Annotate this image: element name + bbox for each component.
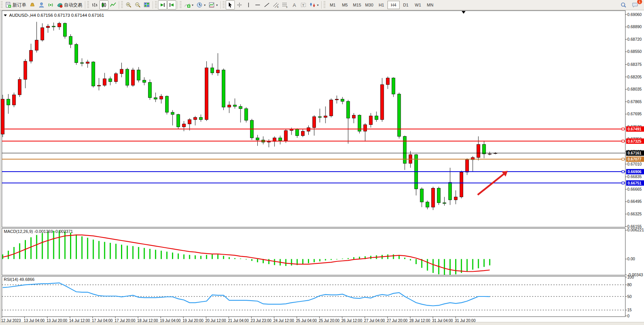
line-endpoint-handle[interactable]: [622, 182, 624, 184]
time-axis-label: 18 Jul 12:00: [137, 319, 158, 322]
vertical-line-button[interactable]: [244, 0, 253, 10]
candlestick: [420, 189, 423, 202]
chart-shift-button[interactable]: [167, 0, 176, 10]
price-tick-label: 0.66665: [627, 187, 642, 191]
window-bottom-edge: [0, 322, 644, 325]
timeframe-button-m5[interactable]: M5: [339, 1, 351, 9]
price-label-badge-text: 0.67491: [628, 127, 642, 131]
hline-tool-icon: [255, 2, 261, 8]
candlestick: [375, 116, 378, 120]
time-axis-label: 27 Jul 20:00: [387, 319, 408, 322]
signals-button[interactable]: [46, 0, 55, 10]
cursor-button[interactable]: [226, 0, 235, 10]
new-order-icon: [5, 2, 11, 8]
crosshair-button[interactable]: [235, 0, 244, 10]
channel-button[interactable]: E: [271, 0, 281, 10]
candlestick: [392, 78, 395, 94]
candlestick: [120, 69, 123, 74]
text-tool-icon: A: [291, 2, 297, 8]
periods-button[interactable]: ▾: [195, 0, 207, 10]
periods-clock-icon: [196, 2, 202, 8]
candlestick: [216, 70, 219, 73]
line-endpoint-handle[interactable]: [622, 158, 624, 160]
timeframe-button-h1[interactable]: H1: [375, 1, 387, 9]
timeframe-button-mn[interactable]: MN: [424, 1, 436, 9]
candlestick: [199, 117, 202, 119]
toolbar-grip: [324, 1, 325, 9]
symbol-ohlc-line: AUDUSD-,H4 0.67156 0.67173 0.67144 0.671…: [9, 13, 104, 18]
candlestick: [131, 70, 134, 85]
time-axis-label: 17 Jul 20:00: [115, 319, 135, 322]
candlestick: [307, 127, 310, 131]
time-axis-label: 25 Jul 20:00: [319, 319, 340, 322]
candlestick: [137, 70, 140, 80]
timeframe-button-m30[interactable]: M30: [363, 1, 375, 9]
chevron-down-icon[interactable]: ▾: [204, 3, 206, 7]
time-axis-label: 19 Jul 04:00: [160, 319, 181, 322]
chevron-down-icon[interactable]: ▾: [317, 3, 319, 7]
line-endpoint-handle[interactable]: [622, 128, 624, 130]
candlestick: [69, 37, 72, 45]
chat-button[interactable]: 1: [630, 0, 640, 10]
candlestick: [363, 125, 367, 131]
candlestick-button[interactable]: [99, 0, 108, 10]
zoom-in-button[interactable]: [124, 0, 133, 10]
candlestick: [460, 172, 463, 197]
candlestick: [222, 70, 225, 107]
fibonacci-button[interactable]: F: [281, 0, 290, 10]
chevron-down-icon[interactable]: ▾: [192, 3, 193, 7]
gold-button[interactable]: [28, 0, 37, 10]
line-endpoint-handle[interactable]: [622, 170, 624, 173]
text-button[interactable]: A: [290, 0, 299, 10]
candlestick: [63, 23, 66, 37]
timeframe-button-m1[interactable]: M1: [327, 1, 339, 9]
candlestick: [92, 62, 95, 86]
candlestick: [477, 144, 480, 158]
candlestick: [52, 26, 55, 27]
candlestick: [432, 188, 435, 207]
auto-scroll-icon: [159, 2, 166, 8]
candlestick: [165, 96, 168, 112]
indicators-button[interactable]: ▾: [183, 0, 195, 10]
price-tick-label: 0.66495: [627, 199, 642, 204]
auto-scroll-button[interactable]: [158, 0, 167, 10]
candlestick: [46, 26, 49, 28]
candlestick: [154, 98, 157, 99]
time-axis-label: 24 Jul 12:00: [273, 319, 294, 322]
arrows-button[interactable]: ▾: [308, 0, 320, 10]
timeframe-button-m15[interactable]: M15: [351, 1, 363, 9]
candlestick: [301, 131, 304, 136]
new-order-button[interactable]: 新订单: [4, 0, 28, 10]
svg-text:A: A: [293, 2, 296, 8]
candlestick: [103, 79, 106, 85]
text-label-button[interactable]: T: [299, 0, 308, 10]
toolbar-separator: [85, 1, 85, 9]
candlestick: [346, 101, 349, 118]
timeframe-button-d1[interactable]: D1: [400, 1, 412, 9]
search-button[interactable]: [619, 0, 628, 10]
tile-windows-button[interactable]: [142, 0, 151, 10]
line-chart-button[interactable]: [108, 0, 118, 10]
zoom-out-button[interactable]: [133, 0, 142, 10]
candlestick: [454, 197, 457, 200]
price-tick-label: 0.67010: [627, 162, 642, 166]
timeframe-button-w1[interactable]: W1: [412, 1, 424, 9]
chart-area[interactable]: 0.690600.688900.687200.685500.683750.682…: [0, 10, 644, 322]
rsi-tick-label: 50: [627, 294, 632, 299]
candlestick: [18, 80, 21, 95]
candlestick: [341, 99, 344, 102]
price-tick-label: 0.68375: [627, 62, 642, 67]
trendline-button[interactable]: [262, 0, 271, 10]
bar-chart-button[interactable]: [90, 0, 99, 10]
chevron-down-icon[interactable]: ▾: [216, 3, 218, 7]
price-label-badge-text: 0.67161: [628, 151, 642, 155]
time-axis-label: 19 Jul 20:00: [183, 319, 204, 322]
profile-button[interactable]: [37, 0, 46, 10]
horizontal-line-button[interactable]: [253, 0, 262, 10]
toolbar-grip: [121, 1, 123, 9]
price-tick-label: 0.68720: [627, 37, 642, 41]
templates-button[interactable]: ▾: [207, 0, 219, 10]
autotrading-button[interactable]: 自动交易: [55, 0, 84, 10]
timeframe-button-h4[interactable]: H4: [387, 1, 400, 9]
line-endpoint-handle[interactable]: [622, 140, 624, 142]
